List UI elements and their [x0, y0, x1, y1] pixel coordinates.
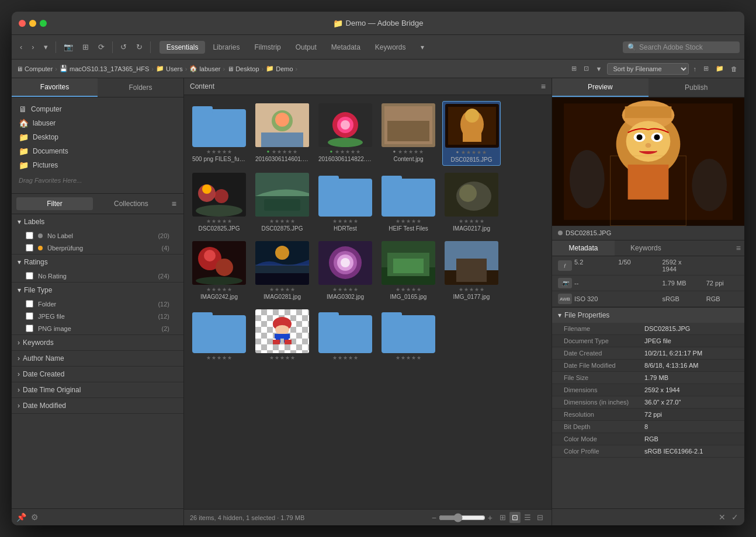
filter-uberprufen[interactable]: Überprüfung (4): [12, 242, 183, 254]
search-input[interactable]: [639, 43, 735, 51]
rotate-cw-button[interactable]: ↻: [133, 41, 146, 53]
camera-button[interactable]: 📷: [60, 41, 77, 53]
thumb-photo-dsc02875[interactable]: ★★★★★ DSC02875.JPG: [253, 170, 311, 234]
pin-button[interactable]: 📌: [16, 512, 26, 522]
content-menu-button[interactable]: ≡: [541, 82, 546, 91]
search-box[interactable]: 🔍: [623, 41, 740, 53]
new-folder-button[interactable]: 📁: [713, 64, 726, 74]
fav-computer[interactable]: 🖥 Computer: [12, 102, 183, 116]
filter-no-label[interactable]: No Label (20): [12, 229, 183, 242]
filter-no-rating[interactable]: No Rating (24): [12, 270, 183, 282]
thumb-folder-row4-1[interactable]: ★★★★★: [190, 307, 248, 364]
thumb-photo-content[interactable]: ● ★★★★★ Content.jpg: [379, 101, 438, 166]
thumb-photo-4822[interactable]: ● ★★★★★ 20160306114822.jpg: [316, 101, 374, 166]
filter-jpeg[interactable]: JPEG file (12): [12, 310, 183, 322]
filter-menu-button[interactable]: ≡: [169, 199, 179, 208]
filter-labels-header[interactable]: ▾ Labels: [12, 214, 183, 229]
right-tab-preview[interactable]: Preview: [552, 78, 649, 97]
png-checkbox[interactable]: [26, 325, 33, 332]
breadcrumb-users[interactable]: 📁 Users: [156, 65, 183, 72]
thumb-folder-500png[interactable]: ★★★★★ 500 png FILES_fusid: [190, 101, 248, 166]
fav-pictures[interactable]: 📁 Pictures: [12, 158, 183, 172]
fav-labuser[interactable]: 🏠 labuser: [12, 116, 183, 130]
tab-filmstrip[interactable]: Filmstrip: [247, 41, 287, 54]
detail-view-btn[interactable]: ⊟: [535, 512, 546, 523]
uberprufen-checkbox[interactable]: [26, 244, 33, 252]
sort-select[interactable]: Sort by Filename Sort by Date Created So…: [607, 63, 689, 75]
sort-direction-button[interactable]: ↑: [691, 64, 699, 74]
thumb-photo-4601[interactable]: ● ★★★★★ 20160306114601.jpg: [253, 101, 311, 166]
meta-tab-keywords[interactable]: Keywords: [615, 240, 677, 256]
filter-tab-filter[interactable]: Filter: [16, 197, 93, 210]
tab-metadata[interactable]: Metadata: [324, 41, 367, 54]
nav-forward-button[interactable]: ›: [28, 41, 37, 53]
fav-documents[interactable]: 📁 Documents: [12, 144, 183, 158]
rotate-ccw-button[interactable]: ↺: [117, 41, 130, 53]
filter-filetype-header[interactable]: ▾ File Type: [12, 283, 183, 298]
zoom-slider[interactable]: [439, 513, 485, 522]
filter-button[interactable]: ▼: [594, 64, 605, 74]
thumb-photo-dsc02825[interactable]: ★★★★★ DSC02825.JPG: [190, 170, 248, 234]
thumb-photo-img0177[interactable]: ★★★★★ IMG_0177.jpg: [442, 239, 501, 302]
sidebar-tab-favorites[interactable]: Favorites: [12, 78, 98, 97]
zoom-out-button[interactable]: −: [432, 513, 436, 522]
filter-datecreated-header[interactable]: › Date Created: [12, 367, 183, 382]
sidebar-tab-folders[interactable]: Folders: [98, 78, 183, 97]
filter-folder[interactable]: Folder (12): [12, 298, 183, 310]
breadcrumb-hfs[interactable]: 💾 macOS10.13_17A365_HFS: [60, 65, 149, 72]
close-metadata-button[interactable]: ✕: [719, 512, 726, 522]
folder-checkbox[interactable]: [26, 300, 33, 308]
no-rating-checkbox[interactable]: [26, 272, 33, 280]
breadcrumb-computer[interactable]: 🖥 Computer: [16, 65, 53, 72]
no-label-checkbox[interactable]: [26, 232, 33, 239]
thumb-photo-imag0302[interactable]: ★★★★★ IMAG0302.jpg: [316, 239, 374, 302]
close-button[interactable]: [19, 20, 26, 27]
breadcrumb-desktop[interactable]: 🖥 Desktop: [227, 65, 259, 72]
thumb-folder-hdrtest[interactable]: ★★★★★ HDRTest: [316, 170, 374, 234]
thumb-photo-mario[interactable]: ★★★★★: [253, 307, 311, 364]
tab-essentials[interactable]: Essentials: [159, 41, 206, 54]
tab-libraries[interactable]: Libraries: [206, 41, 247, 54]
maximize-button[interactable]: [40, 20, 47, 27]
filter-datemodified-header[interactable]: › Date Modified: [12, 398, 183, 413]
breadcrumb-labuser[interactable]: 🏠 labuser: [189, 65, 220, 72]
grid-view-button[interactable]: ⊞: [79, 41, 92, 53]
thumb-folder-row4-3[interactable]: ★★★★★: [379, 307, 438, 364]
breadcrumb-demo[interactable]: 📁 Demo: [266, 65, 293, 72]
nav-back-button[interactable]: ‹: [16, 41, 26, 53]
thumb-folder-heif[interactable]: ★★★★★ HEIF Test Files: [379, 170, 438, 234]
more-options-button[interactable]: ⊞: [701, 64, 711, 74]
tab-output[interactable]: Output: [289, 41, 324, 54]
filter-authorname-header[interactable]: › Author Name: [12, 351, 183, 366]
delete-button[interactable]: 🗑: [729, 64, 740, 74]
thumb-photo-imag0242[interactable]: ★★★★★ IMAG0242.jpg: [190, 239, 248, 302]
filter-keywords-header[interactable]: › Keywords: [12, 335, 183, 350]
tab-more[interactable]: ▾: [414, 41, 431, 54]
nav-dropdown-button[interactable]: ▾: [40, 41, 51, 53]
jpeg-checkbox[interactable]: [26, 312, 33, 320]
thumb-photo-imag0281[interactable]: ★★★★★ IMAG0281.jpg: [253, 239, 311, 302]
tab-keywords[interactable]: Keywords: [368, 41, 413, 54]
file-properties-header[interactable]: ▾ File Properties: [552, 307, 744, 323]
right-tab-publish[interactable]: Publish: [649, 78, 745, 97]
thumb-photo-dsc02815[interactable]: ● ★★★★★ DSC02815.JPG: [442, 101, 501, 166]
thumb-photo-img0165[interactable]: ★★★★★ IMG_0165.jpg: [379, 239, 438, 302]
thumb-folder-row4-2[interactable]: ★★★★★: [316, 307, 374, 364]
view-toggle-button[interactable]: ⊞: [569, 64, 579, 74]
settings-button[interactable]: ⚙: [31, 512, 39, 522]
fav-desktop[interactable]: 📁 Desktop: [12, 130, 183, 144]
zoom-in-button[interactable]: +: [488, 513, 493, 522]
grid-view-btn-2[interactable]: ⊡: [509, 512, 521, 523]
filter-tab-collections[interactable]: Collections: [93, 197, 169, 210]
meta-tab-metadata[interactable]: Metadata: [552, 240, 615, 256]
confirm-metadata-button[interactable]: ✓: [731, 512, 738, 522]
filter-datetimeoriginal-header[interactable]: › Date Time Original: [12, 382, 183, 397]
filter-png[interactable]: PNG image (2): [12, 322, 183, 334]
grid-view-btn[interactable]: ⊞: [497, 512, 508, 523]
thumb-photo-imag0217[interactable]: ★★★★★ IMAG0217.jpg: [442, 170, 501, 234]
list-view-btn[interactable]: ☰: [522, 512, 533, 523]
view-toggle-button-2[interactable]: ⊡: [581, 64, 591, 74]
filter-ratings-header[interactable]: ▾ Ratings: [12, 254, 183, 270]
minimize-button[interactable]: [29, 20, 36, 27]
meta-menu-button[interactable]: ≡: [733, 240, 744, 256]
